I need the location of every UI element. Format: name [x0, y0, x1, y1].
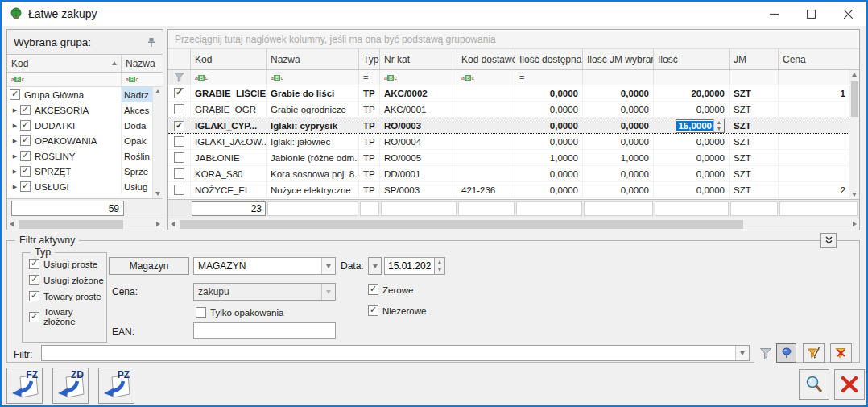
date-dropdown-button[interactable]: [368, 257, 382, 275]
filtr-combo[interactable]: [41, 345, 750, 361]
magazyn-button[interactable]: Magazyn: [109, 257, 189, 275]
cena-select[interactable]: zakupu: [193, 283, 336, 301]
quantity-stepper[interactable]: [713, 119, 724, 132]
checkbox[interactable]: [368, 305, 378, 316]
header-ilosc[interactable]: Ilość: [654, 49, 730, 69]
filter-edit-button[interactable]: [803, 343, 825, 363]
checkbox[interactable]: [174, 185, 184, 195]
header-kod-dostawcy[interactable]: Kod dostawcy: [457, 49, 515, 69]
checkbox[interactable]: [29, 312, 39, 322]
checkbox[interactable]: [368, 284, 378, 295]
checkbox[interactable]: [174, 152, 184, 163]
filter-ilosc-dostepna[interactable]: =: [515, 70, 583, 85]
filter-jm[interactable]: [730, 70, 779, 85]
expand-arrow-icon[interactable]: ▶: [10, 153, 20, 160]
tree-row[interactable]: Grupa Główna Nadrz: [7, 87, 163, 102]
grid-vertical-scrollbar[interactable]: [849, 70, 859, 199]
date-stepper[interactable]: [434, 257, 445, 275]
tree-column-kod[interactable]: Kod: [7, 55, 122, 72]
search-button[interactable]: [799, 369, 829, 400]
tree-column-nazwa[interactable]: Nazwa: [122, 55, 163, 72]
table-row[interactable]: GRABIE_LIŚCIE Grabie do liści TP AKC/000…: [168, 85, 859, 102]
expand-arrow-icon[interactable]: ▶: [10, 107, 20, 114]
checkbox-zerowe[interactable]: Zerowe: [368, 284, 413, 295]
quantity-value[interactable]: 15,0000: [676, 121, 713, 131]
filter-ilosc[interactable]: [654, 70, 730, 85]
checkbox[interactable]: [20, 105, 31, 115]
table-row[interactable]: IGLAKI_JAŁOW... Iglaki: jałowiec TP RO/0…: [168, 134, 859, 150]
filter-funnel-icon[interactable]: [168, 70, 191, 85]
tree-vertical-scrollbar[interactable]: [152, 87, 163, 198]
header-nazwa[interactable]: Nazwa: [267, 49, 359, 69]
date-field[interactable]: [384, 257, 445, 275]
header-kod[interactable]: Kod: [191, 49, 267, 69]
tree-filter-kod[interactable]: aBc: [7, 73, 122, 86]
table-row[interactable]: JABŁONIE Jabłonie (różne odm... TP RO/00…: [168, 150, 859, 166]
filter-nr-kat[interactable]: aBc: [380, 70, 457, 85]
filter-pin-button[interactable]: [776, 343, 796, 363]
chevron-down-icon[interactable]: [321, 258, 335, 274]
filter-kod-dostawcy[interactable]: aBc: [457, 70, 515, 85]
table-row-selected[interactable]: IGLAKI_CYP... Iglaki: cyprysik TP RO/000…: [168, 118, 859, 134]
table-row[interactable]: KORA_S80 Kora sosnowa poj. 8... TP DD/00…: [168, 166, 859, 182]
header-nr-kat[interactable]: Nr kat: [380, 49, 457, 69]
filter-clear-button[interactable]: [830, 343, 852, 363]
pz-button[interactable]: PZ: [98, 368, 134, 404]
ean-field[interactable]: [193, 322, 336, 339]
checkbox[interactable]: [20, 120, 31, 131]
checkbox-tylko-opakowania[interactable]: Tylko opakowania: [196, 307, 283, 318]
grid-horizontal-scrollbar[interactable]: [168, 218, 859, 230]
tree-horizontal-scrollbar[interactable]: [7, 218, 163, 230]
checkbox-towary-proste[interactable]: Towary proste: [29, 291, 106, 301]
filter-funnel-button[interactable]: [754, 343, 776, 363]
tree-row[interactable]: ▶SPRZĘT Sprze: [7, 164, 163, 179]
minimize-button[interactable]: [755, 2, 792, 26]
checkbox[interactable]: [20, 135, 31, 146]
checkbox[interactable]: [10, 89, 20, 100]
checkbox[interactable]: [196, 307, 206, 318]
table-row[interactable]: GRABIE_OGR Grabie ogrodnicze TP AKC/0001…: [168, 102, 859, 118]
header-typ[interactable]: Typ: [359, 49, 380, 69]
checkbox[interactable]: [29, 275, 39, 285]
header-jm[interactable]: JM: [730, 49, 779, 69]
tree-row[interactable]: ▶ROŚLINY Roślin: [7, 148, 163, 164]
filter-cena[interactable]: [779, 70, 859, 85]
checkbox[interactable]: [20, 151, 31, 161]
header-ilosc-jm-wybrana[interactable]: Ilość JM wybrana: [583, 49, 654, 69]
tree-row[interactable]: ▶USŁUGI Usług: [7, 179, 163, 194]
checkbox[interactable]: [174, 136, 184, 147]
tree-row[interactable]: ▶OPAKOWANIA Opak: [7, 133, 163, 148]
fz-button[interactable]: FZ: [6, 368, 43, 404]
expand-arrow-icon[interactable]: ▶: [10, 123, 20, 129]
header-ilosc-dostepna[interactable]: Ilość dostępna: [515, 49, 583, 69]
magazyn-select[interactable]: MAGAZYN: [193, 257, 336, 275]
checkbox[interactable]: [20, 181, 31, 192]
collapse-filter-button[interactable]: [820, 233, 837, 248]
checkbox[interactable]: [174, 88, 184, 98]
date-input[interactable]: [384, 257, 434, 275]
checkbox[interactable]: [29, 291, 39, 301]
expand-arrow-icon[interactable]: ▶: [10, 138, 20, 144]
expand-arrow-icon[interactable]: ▶: [10, 184, 20, 190]
pin-icon[interactable]: [147, 37, 156, 48]
checkbox[interactable]: [20, 166, 31, 177]
expand-arrow-icon[interactable]: ▶: [10, 168, 20, 175]
filter-ilosc-jm-wybrana[interactable]: [583, 70, 654, 85]
checkbox-towary-zlozone[interactable]: Towary złożone: [29, 307, 106, 326]
close-button[interactable]: [834, 369, 865, 400]
tree-filter-nazwa[interactable]: aBc: [122, 73, 163, 86]
chevron-down-icon[interactable]: [735, 346, 749, 360]
checkbox[interactable]: [174, 168, 184, 179]
header-cena[interactable]: Cena: [779, 49, 859, 69]
zd-button[interactable]: ZD: [52, 368, 89, 404]
filter-typ[interactable]: =: [359, 70, 380, 85]
filter-kod[interactable]: aBc: [191, 70, 267, 85]
filter-nazwa[interactable]: aBc: [267, 70, 359, 85]
table-row[interactable]: NOŻYCE_EL Nożyce elektryczne TP SP/0003 …: [168, 182, 859, 198]
tree-row[interactable]: ▶AKCESORIA Akces: [7, 102, 163, 118]
checkbox-uslugi-zlozone[interactable]: Usługi złożone: [29, 275, 106, 285]
checkbox[interactable]: [29, 259, 39, 269]
close-window-button[interactable]: [829, 2, 866, 26]
checkbox[interactable]: [174, 104, 184, 114]
checkbox-niezerowe[interactable]: Niezerowe: [368, 305, 426, 316]
